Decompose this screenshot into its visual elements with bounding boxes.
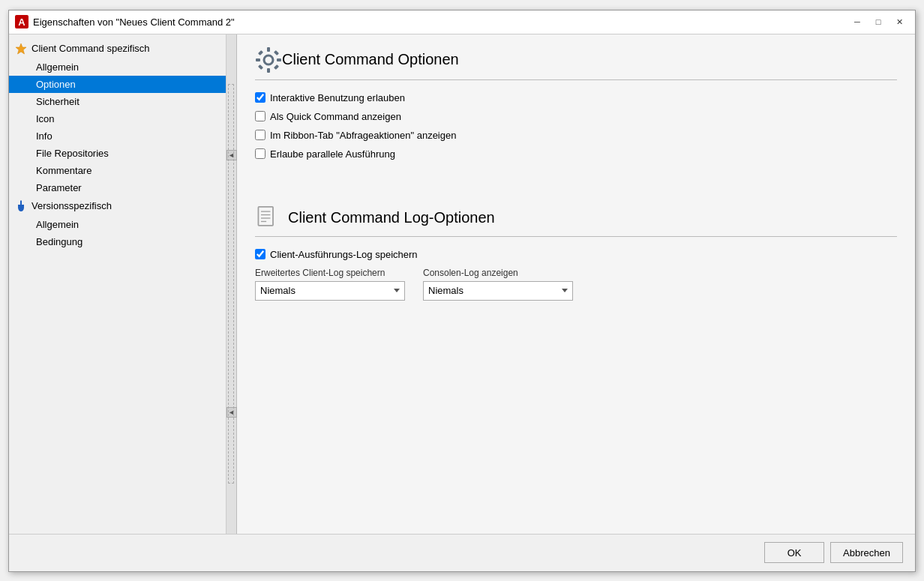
pin-icon-blue — [15, 200, 27, 212]
options-section: Client Command Optionen Interaktive Benu… — [237, 34, 915, 179]
svg-rect-12 — [258, 64, 263, 69]
checkbox-parallele[interactable] — [255, 148, 266, 159]
svg-rect-14 — [258, 206, 273, 225]
window-controls: ─ □ ✕ — [848, 13, 909, 30]
window-title: Eigenschaften von "Neues Client Command … — [33, 16, 848, 28]
main-window: A Eigenschaften von "Neues Client Comman… — [8, 10, 916, 572]
sidebar-item-allgemein2[interactable]: Allgemein — [9, 216, 226, 233]
console-log-label: Consolen-Log anzeigen — [423, 268, 573, 278]
sidebar-splitter[interactable]: ◄ ◄ — [226, 34, 237, 534]
sidebar-item-file-repositories[interactable]: File Repositories — [9, 145, 226, 162]
option-interaktive: Interaktive Benutzung erlauben — [255, 92, 897, 103]
sidebar-label-bedingung: Bedingung — [36, 236, 82, 247]
svg-rect-4 — [21, 200, 22, 202]
option-parallele: Erlaube parallele Ausführung — [255, 148, 897, 160]
console-log-select[interactable]: Niemals Immer Bei Fehler — [423, 281, 573, 301]
sidebar-category-versionsspezifisch[interactable]: Versionsspezifisch — [9, 196, 226, 216]
log-section-title: Client Command Log-Optionen — [288, 209, 495, 226]
log-save-text: Client-Ausführungs-Log speichern — [270, 249, 418, 260]
sidebar-item-info[interactable]: Info — [9, 127, 226, 145]
sidebar-item-sicherheit[interactable]: Sicherheit — [9, 93, 226, 110]
sidebar-label-kommentare: Kommentare — [36, 165, 92, 176]
minimize-button[interactable]: ─ — [848, 13, 867, 30]
sidebar-item-kommentare[interactable]: Kommentare — [9, 162, 226, 179]
sidebar-label-parameter: Parameter — [36, 182, 82, 193]
svg-rect-6 — [267, 47, 270, 52]
log-save-option: Client-Ausführungs-Log speichern — [255, 249, 897, 260]
sidebar-item-allgemein[interactable]: Allgemein — [9, 58, 226, 76]
sidebar-label-info: Info — [36, 130, 52, 142]
splitter-track — [228, 84, 234, 484]
checkbox-ribbon-tab[interactable] — [255, 130, 266, 140]
app-icon: A — [15, 15, 28, 28]
sidebar-label-allgemein2: Allgemein — [36, 219, 79, 230]
sidebar-label-file-repositories: File Repositories — [36, 148, 109, 159]
svg-rect-9 — [277, 58, 281, 61]
checkbox-quick-command[interactable] — [255, 111, 266, 121]
close-button[interactable]: ✕ — [890, 13, 909, 30]
svg-marker-2 — [16, 43, 26, 54]
log-icon — [255, 206, 279, 230]
gear-icon — [255, 46, 282, 73]
svg-rect-13 — [274, 49, 279, 55]
log-section-header: Client Command Log-Optionen — [255, 206, 897, 230]
sidebar-item-icon[interactable]: Icon — [9, 110, 226, 127]
options-section-title: Client Command Optionen — [282, 51, 459, 68]
sidebar-category-client-command[interactable]: Client Command spezifisch — [9, 39, 226, 58]
option-parallele-text: Erlaube parallele Ausführung — [270, 148, 395, 160]
sidebar-label-sicherheit: Sicherheit — [36, 96, 80, 107]
main-panel: Client Command Optionen Interaktive Benu… — [237, 34, 915, 534]
content-area: Client Command spezifisch Allgemein Opti… — [9, 34, 915, 534]
option-quick-command-label[interactable]: Als Quick Command anzeigen — [255, 111, 401, 122]
pin-icon-orange — [15, 43, 27, 55]
sidebar-label-icon: Icon — [36, 113, 55, 124]
cancel-button[interactable]: Abbrechen — [830, 542, 903, 563]
svg-rect-10 — [258, 49, 263, 55]
svg-rect-7 — [267, 68, 270, 73]
checkbox-interaktive[interactable] — [255, 92, 266, 103]
ok-button[interactable]: OK — [764, 542, 824, 563]
sidebar-item-parameter[interactable]: Parameter — [9, 179, 226, 196]
log-options-section: Client Command Log-Optionen Client-Ausfü… — [237, 194, 915, 313]
category-label-versionsspezifisch: Versionsspezifisch — [32, 200, 112, 211]
sidebar-label-optionen: Optionen — [36, 79, 76, 90]
sidebar-item-optionen[interactable]: Optionen — [9, 76, 226, 93]
svg-rect-8 — [256, 58, 260, 61]
option-parallele-label[interactable]: Erlaube parallele Ausführung — [255, 148, 395, 160]
bottom-bar: OK Abbrechen — [9, 534, 915, 571]
option-ribbon-tab-label[interactable]: Im Ribbon-Tab "Abfrageaktionen" anzeigen — [255, 130, 456, 141]
option-quick-command: Als Quick Command anzeigen — [255, 111, 897, 122]
extended-log-group: Erweitertes Client-Log speichern Niemals… — [255, 268, 405, 301]
svg-rect-11 — [274, 64, 279, 69]
svg-text:A: A — [18, 16, 26, 28]
titlebar: A Eigenschaften von "Neues Client Comman… — [9, 10, 915, 34]
option-quick-command-text: Als Quick Command anzeigen — [270, 111, 401, 122]
option-interaktive-label[interactable]: Interaktive Benutzung erlauben — [255, 92, 405, 103]
checkbox-log-save[interactable] — [255, 249, 266, 259]
options-section-header: Client Command Optionen — [255, 46, 897, 73]
sidebar-item-bedingung[interactable]: Bedingung — [9, 233, 226, 250]
options-divider — [255, 79, 897, 80]
maximize-button[interactable]: □ — [868, 13, 888, 30]
console-log-group: Consolen-Log anzeigen Niemals Immer Bei … — [423, 268, 573, 301]
log-save-label[interactable]: Client-Ausführungs-Log speichern — [255, 249, 418, 260]
sidebar: Client Command spezifisch Allgemein Opti… — [9, 34, 226, 534]
svg-point-5 — [264, 55, 273, 64]
option-ribbon-tab-text: Im Ribbon-Tab "Abfrageaktionen" anzeigen — [270, 130, 456, 141]
extended-log-label: Erweitertes Client-Log speichern — [255, 268, 405, 278]
option-ribbon-tab: Im Ribbon-Tab "Abfrageaktionen" anzeigen — [255, 130, 897, 141]
extended-log-select[interactable]: Niemals Immer Bei Fehler — [255, 281, 405, 301]
option-interaktive-text: Interaktive Benutzung erlauben — [270, 92, 405, 103]
log-divider — [255, 236, 897, 237]
dropdown-row: Erweitertes Client-Log speichern Niemals… — [255, 268, 897, 301]
category-label-client-command: Client Command spezifisch — [32, 43, 150, 54]
sidebar-label-allgemein: Allgemein — [36, 61, 79, 73]
